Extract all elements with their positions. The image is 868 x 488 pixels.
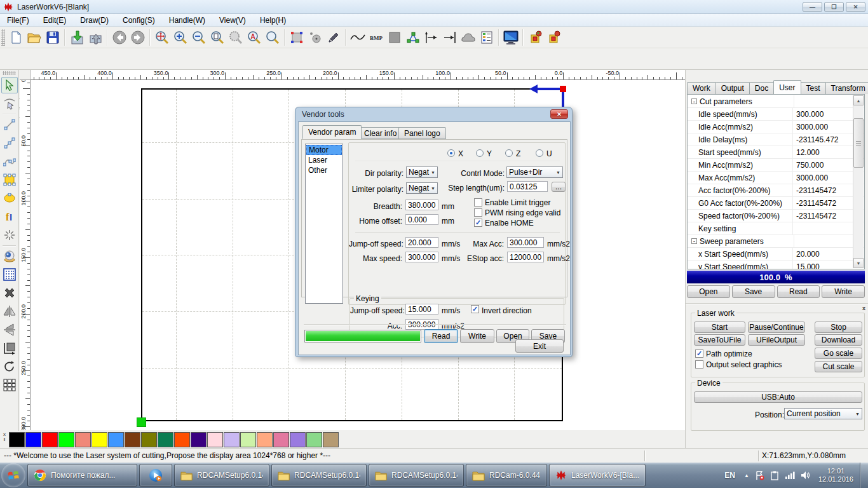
color-swatch[interactable] [75,432,91,447]
radio-u[interactable] [536,149,543,157]
table-row[interactable]: Min Acc(mm/s2) 750.000 [688,159,864,172]
table-row[interactable]: - Cut parameters [688,95,864,108]
color-swatch[interactable] [207,432,223,447]
array-copy-icon[interactable] [526,29,544,46]
close-button[interactable]: ✕ [846,2,865,12]
export-icon[interactable] [86,29,104,46]
list-item-laser[interactable]: Laser [306,155,342,165]
jump-speed-input[interactable]: 20.000 [405,237,438,248]
color-swatch[interactable] [174,432,190,447]
tab-vendor-param[interactable]: Vendor param [302,125,362,139]
tab-panel-logo[interactable]: Panel logo [398,127,446,139]
color-swatch[interactable] [224,432,240,447]
tab-work[interactable]: Work [687,82,716,94]
new-file-icon[interactable] [6,29,25,46]
rotate-tool[interactable] [1,358,18,375]
array-copy2-icon[interactable] [544,29,562,46]
delete-tool[interactable] [1,285,18,301]
tab-test[interactable]: Test [801,82,826,94]
mirror-v-tool[interactable] [1,322,18,338]
output-select-checkbox[interactable] [695,360,703,369]
show-desktop-button[interactable] [860,463,868,488]
tree-toggle-icon[interactable]: - [691,238,697,244]
save-to-ufile-button[interactable]: SaveToUFile [694,334,745,346]
action-center-icon[interactable] [755,471,764,480]
table-row[interactable]: Idle Acc(mm/s2) 3000.000 [688,121,864,133]
save-file-icon[interactable] [43,29,62,46]
panel-read-button[interactable]: Read [777,285,820,298]
tree-toggle-icon[interactable] [691,137,696,142]
forward-icon[interactable] [128,29,147,46]
limit-trigger-checkbox[interactable] [474,198,482,207]
frame-select-icon[interactable] [287,29,306,46]
network-icon[interactable] [785,471,795,480]
preview-monitor-icon[interactable] [501,29,520,46]
import-icon[interactable] [67,29,86,46]
step-length-input[interactable]: 0.03125 [507,181,548,192]
tree-toggle-icon[interactable] [691,162,696,168]
ufile-output-button[interactable]: UFileOutput [748,334,805,346]
curve-tool[interactable] [1,153,18,170]
color-swatch[interactable] [257,432,273,447]
language-indicator[interactable]: EN [724,471,735,480]
step-length-more-button[interactable]: ... [552,182,566,192]
zoom-in-icon[interactable] [171,29,189,46]
tree-toggle-icon[interactable] [691,111,696,117]
color-swatch[interactable] [108,432,124,447]
select-tool[interactable] [1,77,18,93]
taskbar-wmp-button[interactable] [139,464,172,487]
menu-file[interactable]: File(F) [0,14,36,27]
usb-button[interactable]: USB:Auto [694,391,862,403]
zoom-out-icon[interactable] [189,29,208,46]
home-checkbox[interactable]: ✓ [474,219,482,227]
pen-icon[interactable] [324,29,342,46]
restore-button[interactable]: ❐ [824,2,844,12]
color-swatch[interactable] [306,432,322,447]
ellipse-tool[interactable] [1,190,18,207]
table-row[interactable]: - Sweep parameters [688,235,864,248]
volume-icon[interactable] [801,471,811,480]
table-row[interactable]: Max Acc(mm/s2) 3000.000 [688,172,864,184]
bmp-icon[interactable]: BMP [367,29,385,46]
taskbar-chrome-button[interactable]: Помогите пожал... [27,464,137,487]
tab-output[interactable]: Output [715,82,750,94]
scroll-thumb[interactable] [853,118,864,168]
download-button[interactable]: Download [815,334,862,346]
param-list-icon[interactable] [477,29,496,46]
text-tool[interactable]: fI [1,208,18,225]
tab-doc[interactable]: Doc [749,82,774,94]
panel-write-button[interactable]: Write [822,285,865,298]
zoom-pan-icon[interactable] [153,29,171,46]
dir-polarity-combo[interactable]: Negat▼ [406,166,438,178]
palette-close-icon[interactable]: x [3,431,6,437]
go-scale-button[interactable]: Go scale [815,348,862,359]
panel-save-button[interactable]: Save [732,285,775,298]
tray-expand-icon[interactable]: ▲ [744,473,749,478]
home-offset-input[interactable]: 0.000 [405,214,438,225]
open-file-icon[interactable] [25,29,43,46]
table-row[interactable]: y Start Speed(mm/s) 15.000 [688,261,864,269]
read-button[interactable]: Read [424,329,458,343]
node-edit-tool[interactable] [1,95,18,112]
menu-edit[interactable]: Edit(E) [36,14,74,27]
color-swatch[interactable] [273,432,289,447]
menu-view[interactable]: View(V) [212,14,253,27]
list-item-other[interactable]: Other [306,165,342,175]
color-swatch[interactable] [25,432,41,447]
dialog-title-bar[interactable]: Vendor tools [295,107,572,121]
color-swatch[interactable] [290,432,306,447]
capture-tool[interactable] [1,248,18,264]
h-distance-icon[interactable] [422,29,440,46]
dialog-close-button[interactable]: ✕ [550,109,568,119]
pwm-checkbox[interactable] [474,208,482,217]
max-speed-input[interactable]: 300.000 [405,252,438,262]
palette-handle[interactable]: x‖ [0,431,9,447]
color-swatch[interactable] [92,432,107,447]
panel-open-button[interactable]: Open [687,285,730,298]
color-swatch[interactable] [141,432,157,447]
invert-direction-checkbox[interactable]: ✓ [471,305,479,313]
line-tool[interactable] [1,116,18,133]
tree-toggle-icon[interactable] [691,149,696,155]
curve-icon[interactable] [348,29,367,46]
write-button[interactable]: Write [460,329,494,343]
